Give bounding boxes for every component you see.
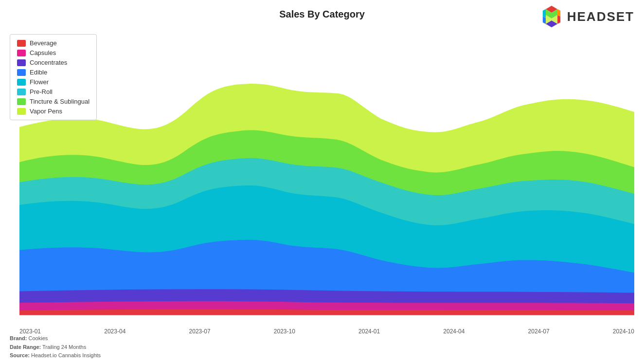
headset-logo-icon [540, 5, 563, 28]
legend-label-beverage: Beverage [30, 39, 57, 47]
footer-source: Source: Headset.io Cannabis Insights [10, 351, 101, 360]
legend-swatch-tincture [17, 98, 26, 105]
legend-swatch-edible [17, 69, 26, 76]
legend-label-flower: Flower [30, 78, 49, 86]
legend-label-preroll: Pre-Roll [30, 88, 53, 95]
legend-item-tincture: Tincture & Sublingual [17, 98, 89, 105]
legend-swatch-concentrates [17, 59, 26, 66]
x-label-4: 2024-01 [358, 328, 380, 335]
logo-text: HEADSET [567, 9, 634, 24]
brand-label: Brand: [10, 335, 27, 341]
legend-swatch-beverage [17, 40, 26, 47]
legend-label-vaporpens: Vapor Pens [30, 108, 62, 115]
legend-item-vaporpens: Vapor Pens [17, 108, 89, 115]
legend-item-capsules: Capsules [17, 49, 89, 56]
legend-label-concentrates: Concentrates [30, 59, 67, 66]
logo: HEADSET [540, 5, 634, 28]
legend-item-edible: Edible [17, 69, 89, 76]
x-label-1: 2023-04 [104, 328, 125, 335]
legend-item-beverage: Beverage [17, 39, 89, 47]
legend-swatch-capsules [17, 50, 26, 56]
daterange-label: Date Range: [10, 344, 41, 350]
x-label-0: 2023-01 [19, 328, 41, 335]
source-value: Headset.io Cannabis Insights [31, 352, 101, 358]
legend-label-tincture: Tincture & Sublingual [30, 98, 89, 105]
chart-container: HEADSET Sales By Category Beverage Capsu… [0, 0, 644, 364]
x-label-5: 2024-04 [443, 328, 465, 335]
x-label-2: 2023-07 [189, 328, 211, 335]
legend-swatch-preroll [17, 89, 26, 95]
x-label-3: 2023-10 [274, 328, 295, 335]
legend-item-flower: Flower [17, 78, 89, 86]
footer-info: Brand: Cookies Date Range: Trailing 24 M… [10, 334, 101, 360]
x-label-7: 2024-10 [613, 328, 634, 335]
source-label: Source: [10, 352, 30, 358]
x-axis: 2023-01 2023-04 2023-07 2023-10 2024-01 … [19, 328, 634, 335]
brand-value: Cookies [29, 335, 48, 341]
legend-item-concentrates: Concentrates [17, 59, 89, 66]
legend-swatch-vaporpens [17, 108, 26, 115]
x-label-6: 2024-07 [528, 328, 550, 335]
area-chart-svg [19, 34, 634, 315]
legend-item-preroll: Pre-Roll [17, 88, 89, 95]
footer-daterange: Date Range: Trailing 24 Months [10, 343, 101, 352]
legend-swatch-flower [17, 79, 26, 86]
chart-svg-area [19, 34, 634, 315]
daterange-value: Trailing 24 Months [42, 344, 86, 350]
legend-label-edible: Edible [30, 69, 47, 76]
legend-label-capsules: Capsules [30, 49, 56, 56]
footer-brand: Brand: Cookies [10, 334, 101, 343]
chart-legend: Beverage Capsules Concentrates Edible Fl… [10, 34, 97, 120]
